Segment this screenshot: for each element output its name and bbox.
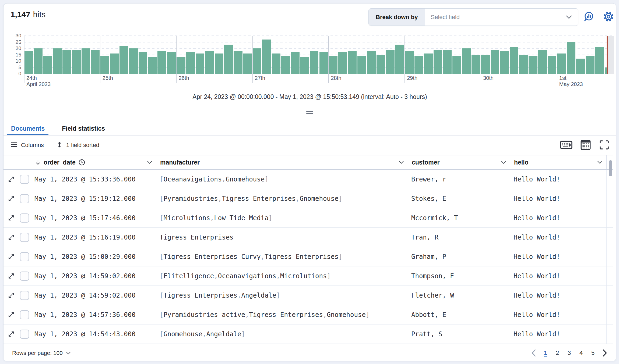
- sort-fields-button[interactable]: 1 field sorted: [56, 141, 99, 150]
- header-manufacturer[interactable]: manufacturer: [156, 155, 408, 169]
- histogram-bar[interactable]: [234, 51, 242, 74]
- histogram-bar[interactable]: [538, 50, 547, 74]
- expand-document-button[interactable]: [8, 292, 15, 299]
- histogram-bar[interactable]: [576, 59, 585, 74]
- page-button-5[interactable]: 5: [587, 347, 599, 359]
- histogram-bar[interactable]: [329, 56, 337, 74]
- histogram-bar[interactable]: [434, 50, 442, 74]
- tab-field-statistics[interactable]: Field statistics: [58, 122, 109, 135]
- histogram-bar[interactable]: [53, 48, 62, 74]
- header-hello[interactable]: hello: [510, 155, 607, 169]
- histogram-bar[interactable]: [91, 50, 100, 74]
- row-checkbox[interactable]: [20, 252, 29, 261]
- page-button-3[interactable]: 3: [563, 347, 575, 359]
- histogram-bar[interactable]: [557, 53, 566, 74]
- histogram-plot-area[interactable]: [24, 36, 614, 74]
- histogram-chart[interactable]: 24thApril 202325th26th27th28th29th30th1s…: [3, 33, 616, 89]
- histogram-bar[interactable]: [529, 56, 537, 74]
- histogram-bar[interactable]: [139, 52, 147, 74]
- histogram-bar[interactable]: [119, 46, 128, 74]
- histogram-bar[interactable]: [196, 53, 204, 74]
- row-checkbox[interactable]: [20, 330, 29, 339]
- histogram-bar[interactable]: [262, 40, 271, 74]
- histogram-bar[interactable]: [424, 53, 432, 74]
- histogram-bar[interactable]: [405, 51, 414, 74]
- previous-page-button[interactable]: [528, 347, 540, 359]
- histogram-bar[interactable]: [491, 50, 499, 74]
- row-checkbox[interactable]: [20, 175, 29, 184]
- histogram-bar[interactable]: [519, 55, 528, 74]
- histogram-bar[interactable]: [167, 52, 176, 74]
- column-menu-chevron-icon[interactable]: [597, 161, 603, 164]
- row-checkbox[interactable]: [20, 194, 29, 203]
- expand-document-button[interactable]: [8, 311, 15, 318]
- row-checkbox[interactable]: [20, 272, 29, 281]
- expand-document-button[interactable]: [8, 253, 15, 260]
- expand-document-button[interactable]: [8, 195, 15, 202]
- histogram-bar[interactable]: [300, 57, 309, 74]
- column-menu-chevron-icon[interactable]: [147, 161, 152, 164]
- histogram-bar[interactable]: [62, 50, 71, 74]
- histogram-bar[interactable]: [24, 51, 33, 74]
- histogram-bar[interactable]: [243, 53, 252, 74]
- histogram-bar[interactable]: [567, 42, 575, 74]
- expand-document-button[interactable]: [8, 331, 15, 337]
- histogram-bar[interactable]: [386, 50, 395, 74]
- page-button-4[interactable]: 4: [575, 347, 587, 359]
- page-button-2[interactable]: 2: [551, 347, 563, 359]
- tab-documents[interactable]: Documents: [7, 122, 48, 135]
- histogram-bar[interactable]: [34, 48, 43, 74]
- columns-button[interactable]: Columns: [10, 141, 44, 150]
- histogram-bar[interactable]: [205, 51, 214, 74]
- breakdown-field-select[interactable]: Select field: [425, 9, 578, 26]
- row-checkbox[interactable]: [20, 213, 29, 223]
- histogram-bar[interactable]: [319, 52, 328, 74]
- keyboard-shortcuts-button[interactable]: [560, 140, 572, 150]
- histogram-bar[interactable]: [548, 56, 556, 74]
- histogram-bar[interactable]: [452, 56, 461, 74]
- histogram-bar[interactable]: [357, 56, 366, 74]
- row-checkbox[interactable]: [20, 233, 29, 242]
- column-menu-chevron-icon[interactable]: [399, 161, 404, 164]
- histogram-bar[interactable]: [462, 48, 471, 74]
- histogram-bar[interactable]: [129, 48, 138, 74]
- histogram-bar[interactable]: [291, 52, 299, 74]
- histogram-bar[interactable]: [253, 48, 261, 74]
- histogram-bar[interactable]: [224, 45, 233, 74]
- histogram-bar[interactable]: [377, 55, 385, 74]
- histogram-bar[interactable]: [157, 51, 166, 74]
- histogram-bar[interactable]: [338, 52, 347, 74]
- header-order-date[interactable]: order_date: [31, 155, 156, 169]
- row-checkbox[interactable]: [20, 291, 29, 300]
- histogram-bar[interactable]: [414, 56, 423, 74]
- histogram-bar[interactable]: [272, 53, 280, 74]
- histogram-bar[interactable]: [100, 56, 109, 74]
- row-checkbox[interactable]: [20, 310, 29, 319]
- histogram-bar[interactable]: [348, 51, 357, 74]
- histogram-bar[interactable]: [443, 50, 452, 74]
- histogram-bar[interactable]: [110, 53, 119, 74]
- histogram-bar[interactable]: [43, 56, 52, 74]
- histogram-bar[interactable]: [595, 47, 604, 74]
- column-menu-chevron-icon[interactable]: [501, 161, 506, 164]
- edit-visualization-button[interactable]: [583, 11, 595, 23]
- vertical-scrollbar-thumb[interactable]: [609, 160, 612, 176]
- histogram-bar[interactable]: [510, 47, 518, 74]
- header-customer[interactable]: customer: [408, 155, 510, 169]
- histogram-bar[interactable]: [500, 51, 509, 74]
- next-page-button[interactable]: [599, 347, 611, 359]
- expand-document-button[interactable]: [8, 215, 15, 221]
- histogram-bar[interactable]: [472, 55, 480, 74]
- histogram-bar[interactable]: [82, 48, 90, 74]
- histogram-bar[interactable]: [186, 52, 195, 74]
- fullscreen-button[interactable]: [599, 140, 610, 151]
- histogram-bar[interactable]: [395, 45, 404, 74]
- rows-per-page-button[interactable]: Rows per page: 100: [10, 349, 72, 356]
- histogram-bar[interactable]: [177, 57, 185, 74]
- chart-resize-handle[interactable]: [306, 110, 313, 115]
- histogram-bar[interactable]: [310, 51, 318, 74]
- histogram-bar[interactable]: [367, 51, 375, 74]
- page-button-1[interactable]: 1: [540, 347, 551, 359]
- expand-document-button[interactable]: [8, 273, 15, 279]
- expand-document-button[interactable]: [8, 176, 15, 183]
